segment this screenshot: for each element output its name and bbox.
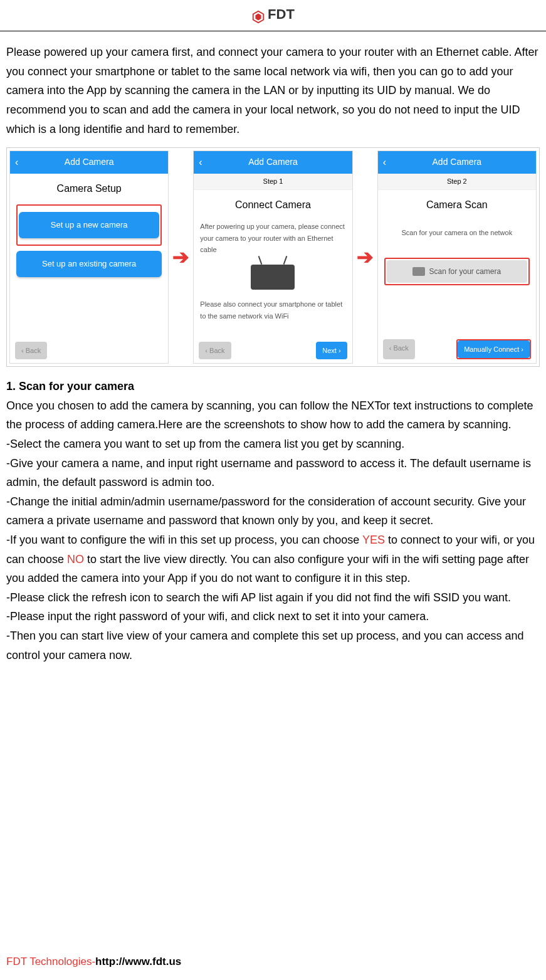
- next-label: Next: [322, 347, 337, 354]
- text: -If you want to configure the wifi in th…: [6, 534, 362, 546]
- back-label: Back: [393, 344, 408, 352]
- screenshot-camera-scan: ‹ Add Camera Step 2 Camera Scan Scan for…: [377, 150, 537, 364]
- back-label: Back: [209, 347, 224, 354]
- manual-label: Manually Connect: [464, 345, 519, 353]
- next-button[interactable]: Next ›: [316, 342, 347, 360]
- back-label: Back: [26, 347, 41, 354]
- arrow-col: ➔: [172, 150, 189, 364]
- arrow-right-icon: ➔: [172, 240, 189, 274]
- screenshot-camera-setup: ‹ Add Camera Camera Setup Set up a new c…: [9, 150, 169, 364]
- highlight-box: Set up a new camera: [16, 204, 162, 246]
- step-liveview: -Then you can start live view of your ca…: [6, 626, 540, 665]
- back-button[interactable]: ‹ Back: [383, 339, 415, 360]
- camera-icon: [412, 267, 425, 276]
- screen-title: Camera Setup: [10, 174, 168, 201]
- screen-body: Set up a new camera Set up an existing c…: [10, 201, 168, 337]
- arrow-right-icon: ➔: [357, 240, 374, 274]
- yes-text: YES: [362, 534, 385, 546]
- step-wifi: -If you want to configure the wifi in th…: [6, 530, 540, 588]
- app-topbar: ‹ Add Camera: [10, 151, 168, 174]
- page-footer: FDT Technologies-http://www.fdt.us: [6, 953, 181, 971]
- step-label: Step 1: [194, 174, 352, 190]
- existing-camera-button[interactable]: Set up an existing camera: [16, 251, 162, 277]
- app-topbar: ‹ Add Camera: [378, 151, 536, 174]
- scan-button[interactable]: Scan for your camera: [387, 260, 527, 283]
- chevron-left-icon[interactable]: ‹: [15, 154, 18, 171]
- step-label: Step 2: [378, 174, 536, 190]
- brand-text: FDT: [268, 3, 295, 26]
- topbar-title: Add Camera: [65, 157, 114, 167]
- topbar-title: Add Camera: [433, 157, 482, 167]
- topbar-title: Add Camera: [248, 157, 298, 167]
- highlight-box: Manually Connect ›: [456, 339, 531, 360]
- screenshot-row: ‹ Add Camera Camera Setup Set up a new c…: [6, 147, 540, 367]
- manual-connect-button[interactable]: Manually Connect ›: [458, 340, 530, 359]
- page: FDT Please powered up your camera first,…: [0, 0, 546, 980]
- brand-logo: FDT: [251, 3, 295, 26]
- screen-body: After powering up your camera, please co…: [194, 217, 352, 338]
- step-refresh: -Please click the refresh icon to search…: [6, 588, 540, 608]
- router-icon: [251, 265, 295, 290]
- screen-footer: ‹ Back Next ›: [194, 338, 352, 364]
- screen-title: Connect Camera: [194, 190, 352, 217]
- svg-marker-1: [256, 13, 261, 20]
- screen-title: Camera Scan: [378, 190, 536, 217]
- screen-body: Scan for your camera on the netwok Scan …: [378, 217, 536, 335]
- screenshot-connect-camera: ‹ Add Camera Step 1 Connect Camera After…: [193, 150, 352, 364]
- back-button[interactable]: ‹ Back: [15, 342, 47, 360]
- section-heading: 1. Scan for your camera: [6, 377, 540, 396]
- step-password: -Please input the right password of your…: [6, 607, 540, 626]
- hexagon-icon: [251, 8, 265, 21]
- connect-desc-1: After powering up your camera, please co…: [200, 221, 345, 256]
- scan-label: Scan for your camera: [429, 265, 501, 278]
- arrow-col: ➔: [357, 150, 374, 364]
- back-button[interactable]: ‹ Back: [199, 342, 231, 360]
- step-change-pw: -Change the initial admin/admin username…: [6, 492, 540, 530]
- step-select: -Select the camera you want to set up fr…: [6, 435, 540, 454]
- content: Please powered up your camera first, and…: [0, 31, 546, 671]
- app-topbar: ‹ Add Camera: [194, 151, 352, 174]
- highlight-box: Scan for your camera: [384, 258, 530, 285]
- step-name: -Give your camera a name, and input righ…: [6, 454, 540, 492]
- screen-footer: ‹ Back Manually Connect ›: [378, 335, 536, 364]
- footer-company: FDT Technologies-: [6, 956, 95, 967]
- chevron-left-icon[interactable]: ‹: [383, 154, 386, 171]
- no-text: NO: [67, 553, 84, 566]
- section-intro: Once you chosen to add the camera by sca…: [6, 396, 540, 435]
- intro-paragraph: Please powered up your camera first, and…: [6, 43, 540, 139]
- connect-desc-2: Please also connect your smartphone or t…: [200, 298, 345, 322]
- page-header: FDT: [0, 0, 546, 31]
- new-camera-button[interactable]: Set up a new camera: [19, 212, 159, 238]
- scan-desc: Scan for your camera on the netwok: [384, 227, 530, 239]
- chevron-left-icon[interactable]: ‹: [199, 154, 202, 171]
- text: to start the live view directly. You can…: [6, 553, 529, 585]
- screen-footer: ‹ Back: [10, 338, 168, 364]
- footer-url[interactable]: http://www.fdt.us: [95, 956, 181, 967]
